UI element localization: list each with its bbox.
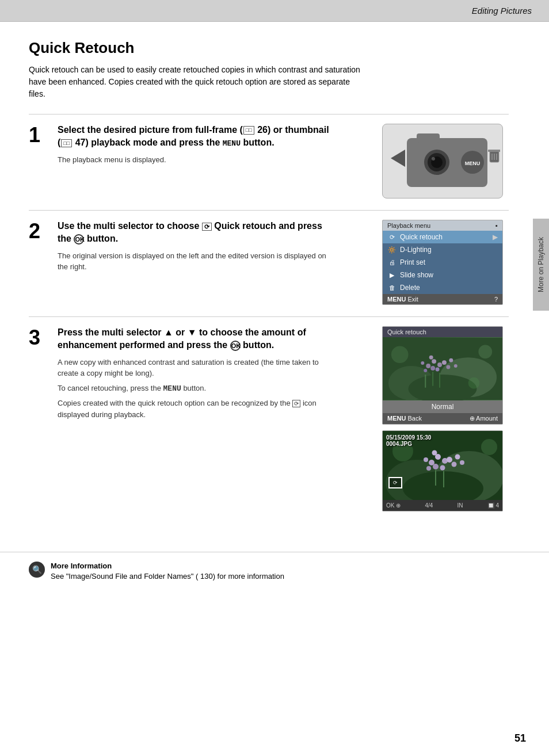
svg-point-27: [421, 361, 424, 365]
playback-in-label: IN: [457, 502, 463, 509]
step-2-number: 2: [29, 220, 58, 242]
svg-point-50: [455, 455, 460, 460]
svg-point-22: [436, 368, 440, 372]
svg-point-49: [424, 457, 428, 462]
svg-text:MENU: MENU: [465, 161, 481, 166]
slideshow-icon: ▶: [387, 272, 396, 279]
svg-point-26: [429, 356, 433, 360]
menu-footer-label: MENU Exit: [387, 296, 418, 303]
menu-item-dlighting: 🔆 D-Lighting: [383, 243, 502, 256]
step-1-number: 1: [29, 124, 58, 146]
svg-point-21: [430, 366, 435, 371]
step-1-note: The playback menu is displayed.: [58, 154, 334, 166]
page-footer: 🔍 More Information See "Image/Sound File…: [0, 552, 549, 590]
playback-retouch-icon: ⟳: [388, 477, 402, 488]
playback-final-image: 05/15/2009 15:30 0004.JPG ⟳: [383, 431, 502, 500]
intro-text: Quick retouch can be used to easily crea…: [29, 64, 368, 100]
menu-item-print-set: 🖨 Print set: [383, 256, 502, 269]
info-icon: 🔍: [29, 562, 45, 578]
svg-point-46: [452, 462, 457, 467]
menu-item-slideshow: ▶ Slide show: [383, 269, 502, 281]
step-1-content: Select the desired picture from full-fra…: [58, 124, 371, 169]
svg-point-48: [432, 450, 437, 456]
delete-icon: 🗑: [387, 284, 396, 291]
svg-point-34: [478, 345, 492, 358]
playback-menu-header: Playback menu ▪: [383, 220, 502, 231]
svg-point-47: [426, 466, 431, 471]
svg-point-35: [468, 377, 480, 389]
step-3: 3 Press the multi selector ▲ or ▼ to cho…: [29, 316, 509, 511]
page-header: Editing Pictures: [0, 0, 549, 22]
playback-final-box: 05/15/2009 15:30 0004.JPG ⟳ OK ⊕ 4/4 IN …: [382, 430, 503, 511]
svg-point-51: [460, 460, 464, 465]
footer-amount: ⊕ Amount: [470, 415, 498, 422]
svg-rect-10: [488, 150, 500, 152]
step-3-note: A new copy with enhanced contrast and sa…: [58, 357, 334, 421]
menu-footer-help: ?: [494, 296, 498, 303]
playback-menu-screenshot: Playback menu ▪ ⟳ Quick retouch ▶ 🔆 D-Li…: [382, 220, 503, 305]
playback-timestamp: 05/15/2009 15:30 0004.JPG: [386, 434, 431, 447]
quick-retouch-preview: Quick retouch: [382, 326, 503, 425]
step-1: 1 Select the desired picture from full-f…: [29, 114, 509, 198]
step-3-number: 3: [29, 326, 58, 348]
playback-ok-label: OK ⊕: [386, 502, 401, 509]
step-2-image: Playback menu ▪ ⟳ Quick retouch ▶ 🔆 D-Li…: [382, 220, 509, 305]
quick-retouch-preview-header: Quick retouch: [383, 327, 502, 337]
playback-menu-footer: MENU Exit ?: [383, 294, 502, 304]
playback-frame-info: 4/4: [425, 502, 433, 509]
svg-point-33: [391, 346, 409, 363]
svg-point-25: [424, 369, 427, 372]
quick-retouch-icon: ⟳: [387, 234, 396, 241]
quick-retouch-normal-label: Normal: [383, 400, 502, 413]
step-3-image: Quick retouch: [382, 326, 509, 511]
svg-point-6: [432, 157, 435, 161]
svg-point-28: [449, 358, 453, 362]
footer-back: MENU Back: [387, 415, 422, 422]
more-info-text: More Information See "Image/Sound File a…: [51, 562, 284, 581]
step-2-note: The original version is displayed on the…: [58, 250, 334, 273]
step-3-instruction: Press the multi selector ▲ or ▼ to choos…: [58, 326, 334, 352]
print-icon: 🖨: [387, 259, 396, 266]
retouch-preview-svg: [383, 337, 502, 400]
step-3-content: Press the multi selector ▲ or ▼ to choos…: [58, 326, 371, 423]
step-2-instruction: Use the multi selector to choose ⟳ Quick…: [58, 220, 334, 246]
step-1-image: MENU: [382, 124, 509, 198]
more-info-body: See "Image/Sound File and Folder Names" …: [51, 572, 284, 581]
playback-count-icon: 🔲 4: [487, 502, 499, 509]
svg-point-44: [440, 465, 445, 471]
quick-retouch-footer: MENU Back ⊕ Amount: [383, 413, 502, 424]
quick-retouch-preview-image: [383, 337, 502, 400]
menu-item-delete: 🗑 Delete: [383, 281, 502, 294]
svg-point-55: [481, 439, 497, 455]
svg-point-29: [454, 364, 458, 368]
step-2: 2 Use the multi selector to choose ⟳ Qui…: [29, 210, 509, 305]
svg-rect-2: [417, 133, 440, 143]
more-info-title: More Information: [51, 562, 284, 570]
svg-marker-0: [391, 150, 405, 167]
step-2-content: Use the multi selector to choose ⟳ Quick…: [58, 220, 371, 276]
section-title: Editing Pictures: [472, 6, 532, 16]
side-tab-label: More on Playback: [537, 237, 545, 292]
svg-point-45: [447, 457, 452, 463]
page-title: Quick Retouch: [29, 39, 509, 57]
camera-svg: MENU: [385, 127, 500, 196]
svg-point-23: [442, 360, 447, 365]
step-1-instruction: Select the desired picture from full-fra…: [58, 124, 334, 150]
playback-footer-bar: OK ⊕ 4/4 IN 🔲 4: [383, 500, 502, 511]
svg-point-20: [437, 362, 442, 367]
dlighting-icon: 🔆: [387, 246, 396, 254]
camera-illustration: MENU: [382, 124, 503, 198]
menu-item-quick-retouch: ⟳ Quick retouch ▶: [383, 231, 502, 243]
more-info-section: 🔍 More Information See "Image/Sound File…: [29, 562, 520, 581]
svg-point-18: [426, 364, 430, 368]
svg-point-43: [433, 464, 439, 469]
svg-point-24: [446, 365, 450, 369]
main-content: Quick Retouch Quick retouch can be used …: [0, 22, 532, 540]
svg-point-19: [432, 359, 436, 364]
side-tab: More on Playback: [533, 219, 549, 311]
page-number: 51: [514, 732, 526, 744]
